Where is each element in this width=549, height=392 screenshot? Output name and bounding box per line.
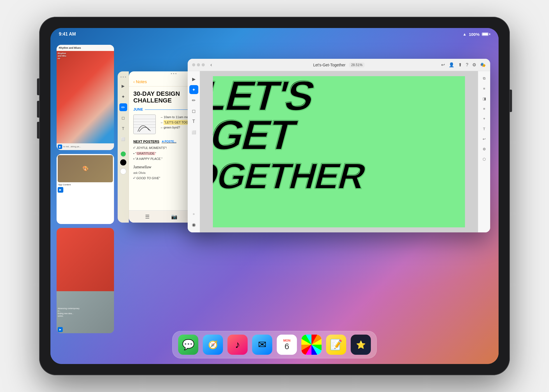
right-tool-adjust[interactable]: ≡ bbox=[480, 85, 488, 92]
dock-icon-messages[interactable]: 💬 bbox=[178, 335, 198, 355]
notes-back-label: Notes bbox=[136, 79, 147, 84]
battery-nub bbox=[489, 33, 490, 35]
color-green[interactable] bbox=[121, 151, 126, 157]
layers-icon[interactable]: 🎭 bbox=[480, 62, 486, 67]
tool-more[interactable]: ○ bbox=[189, 209, 198, 218]
arcade-icon: ⭐ bbox=[356, 340, 366, 349]
sidebar-card-2[interactable]: 🎨 App Content ▶ bbox=[57, 154, 114, 224]
design-right-toolbar: ⧉ ≡ ◨ ≡ ⌖ T ↩ ⚙ ⬡ bbox=[478, 71, 490, 232]
dock: 💬 🧭 ♪ ✉ MON 6 � bbox=[172, 331, 377, 358]
right-tool-settings[interactable]: ⚙ bbox=[480, 145, 488, 153]
design-window-title: Let's-Get-Together bbox=[313, 63, 346, 67]
battery-indicator bbox=[482, 32, 490, 36]
wifi-icon: ▲ bbox=[463, 32, 467, 36]
notes-back-button[interactable]: ‹ Notes bbox=[133, 79, 147, 84]
battery-fill bbox=[482, 33, 488, 35]
tool-pen-active[interactable]: ✦ bbox=[189, 85, 198, 94]
tool-select[interactable]: ▶ bbox=[189, 74, 198, 83]
design-canvas: LET'S GET TOGETHER LET'S GET TOGETHER bbox=[213, 76, 465, 227]
tool-type[interactable]: T bbox=[189, 117, 198, 126]
tool-delete[interactable]: ◉ bbox=[189, 220, 198, 229]
notes-section-header-text: NEXT POSTERS bbox=[133, 139, 159, 144]
right-tool-align[interactable]: ≡ bbox=[480, 105, 488, 113]
dock-icon-music[interactable]: ♪ bbox=[227, 335, 248, 355]
tool-shape[interactable]: ◻ bbox=[119, 114, 127, 122]
music-icon: ♪ bbox=[235, 339, 240, 351]
tool-rect[interactable]: ◻ bbox=[189, 106, 198, 115]
svg-text:TOGETHER: TOGETHER bbox=[213, 156, 370, 196]
design-titlebar-center: Let's-Get-Together 28.51% bbox=[313, 62, 365, 67]
dock-icon-arcade[interactable]: ⭐ bbox=[351, 335, 371, 355]
notes-back-chevron: ‹ bbox=[133, 79, 135, 84]
design-canvas-area[interactable]: LET'S GET TOGETHER LET'S GET TOGETHER bbox=[200, 71, 478, 232]
tool-text[interactable]: T bbox=[119, 125, 127, 132]
notes-sketch bbox=[133, 115, 156, 134]
status-right: ▲ 100% bbox=[463, 32, 490, 37]
right-tool-crop[interactable]: ◨ bbox=[480, 95, 488, 102]
photos-icon bbox=[301, 335, 322, 355]
user-icon[interactable]: 👤 bbox=[449, 62, 454, 67]
design-window: ‹ Let's-Get-Together 28.51% ↩ 👤 ⬆ ? ⚙ 🎭 bbox=[188, 59, 490, 232]
right-tool-undo2[interactable]: ↩ bbox=[480, 135, 488, 143]
dock-icon-safari[interactable]: 🧭 bbox=[203, 335, 223, 355]
notes-pencil-sidebar: ▶ ✦ ✏ ◻ T ⬜ bbox=[118, 71, 129, 223]
multitask-sidebar: Rhythm and Blues Rhythmand Blu-es ▶ to i… bbox=[57, 45, 114, 333]
safari-icon: 🧭 bbox=[208, 340, 218, 349]
settings-icon[interactable]: ⚙ bbox=[472, 62, 476, 67]
share-icon[interactable]: ⬆ bbox=[458, 62, 462, 67]
design-left-toolbar: ▶ ✦ ✏ ◻ T ⬜ ○ ◉ bbox=[188, 71, 200, 232]
notes-tool-list[interactable]: ☰ bbox=[145, 214, 150, 220]
color-black[interactable] bbox=[120, 159, 126, 165]
undo-icon[interactable]: ↩ bbox=[441, 62, 445, 67]
color-white[interactable] bbox=[120, 168, 126, 174]
help-icon[interactable]: ? bbox=[466, 62, 468, 67]
dock-icon-notes[interactable]: 📝 bbox=[326, 335, 346, 355]
ipad-shell: 9:41 AM ▲ 100% Rhythm and Blues bbox=[39, 17, 510, 375]
ipad-screen: 9:41 AM ▲ 100% Rhythm and Blues bbox=[50, 28, 499, 364]
right-tool-type2[interactable]: T bbox=[480, 125, 488, 133]
tool-image[interactable]: ⬜ bbox=[119, 135, 127, 143]
sidebar-card-1[interactable]: Rhythm and Blues Rhythmand Blu-es ▶ to i… bbox=[57, 45, 114, 150]
design-back-button[interactable]: ‹ bbox=[210, 62, 212, 68]
dock-icon-calendar[interactable]: MON 6 bbox=[277, 335, 297, 355]
notes-icon: 📝 bbox=[330, 339, 343, 351]
tool-pencil[interactable]: ✏ bbox=[119, 103, 127, 111]
status-bar: 9:41 AM ▲ 100% bbox=[50, 28, 499, 40]
dock-icon-mail[interactable]: ✉ bbox=[252, 335, 272, 355]
status-time: 9:41 AM bbox=[59, 32, 76, 37]
messages-icon: 💬 bbox=[182, 339, 195, 351]
notes-tool-camera[interactable]: 📷 bbox=[171, 214, 177, 220]
design-main: ▶ ✦ ✏ ◻ T ⬜ ○ ◉ bbox=[188, 71, 490, 232]
design-zoom[interactable]: 28.51% bbox=[349, 62, 365, 67]
tool-img[interactable]: ⬜ bbox=[189, 128, 198, 137]
battery-body bbox=[482, 32, 488, 36]
svg-text:GET: GET bbox=[213, 111, 301, 158]
sidebar-card-3[interactable]: Advancing contemporarycl...finding new i… bbox=[57, 228, 114, 333]
notes-month-june: JUNE bbox=[133, 107, 143, 112]
right-tool-layers[interactable]: ⧉ bbox=[480, 74, 488, 82]
battery-percent: 100% bbox=[469, 32, 480, 37]
mail-icon: ✉ bbox=[258, 339, 266, 351]
right-tool-place[interactable]: ⌖ bbox=[480, 115, 488, 123]
design-titlebar: ‹ Let's-Get-Together 28.51% ↩ 👤 ⬆ ? ⚙ 🎭 bbox=[188, 59, 490, 71]
tool-brush[interactable]: ✏ bbox=[189, 96, 198, 105]
calendar-day-number: 6 bbox=[285, 342, 289, 351]
tool-pen[interactable]: ✦ bbox=[119, 93, 127, 101]
dock-icon-photos[interactable] bbox=[301, 335, 322, 355]
design-titlebar-right: ↩ 👤 ⬆ ? ⚙ 🎭 bbox=[441, 62, 486, 67]
design-window-dots bbox=[192, 63, 205, 66]
right-tool-link[interactable]: ⬡ bbox=[480, 155, 488, 163]
notes-asterisk-badge: ✳ poste... bbox=[162, 139, 176, 144]
tool-move[interactable]: ▶ bbox=[119, 82, 127, 90]
pencil-sidebar-dots bbox=[119, 75, 128, 79]
